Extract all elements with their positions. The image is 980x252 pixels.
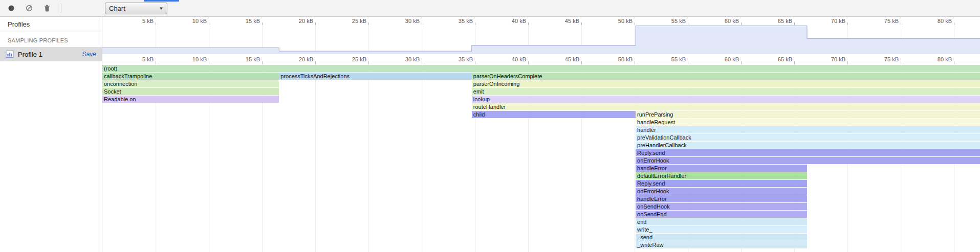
ruler-tick-label: 65 kB [759, 18, 792, 24]
ruler-tick-label: 80 kB [919, 18, 952, 24]
record-heap-profile-button[interactable] [4, 2, 18, 15]
ruler-tick-label: 75 kB [866, 56, 899, 62]
flame-frame-reply-send[interactable]: Reply.send [636, 180, 807, 187]
view-mode-select[interactable]: Chart ▼ [105, 3, 167, 14]
ruler-tick-label: 10 kB [174, 18, 207, 24]
profile-item-profile-1[interactable]: Profile 1 Save [0, 47, 102, 61]
flame-frame-label: parserOnHeadersComplete [472, 73, 980, 80]
flame-frame-label: preHandlerCallback [636, 142, 980, 149]
flame-frame-label: processTicksAndRejections [279, 73, 472, 80]
flame-frame-label: onconnection [102, 80, 279, 87]
flame-frame-label: end [636, 218, 807, 225]
clear-profiles-button[interactable] [22, 2, 36, 15]
ruler-tick-label: 25 kB [334, 18, 366, 24]
flame-frame-label: handleRequest [636, 119, 980, 126]
flame-frame-reply-send[interactable]: Reply.send [636, 149, 980, 156]
flame-frame-onsendend[interactable]: onSendEnd [636, 211, 807, 218]
flame-frame-end[interactable]: end [636, 218, 807, 225]
flame-frame-label: (root) [102, 65, 980, 72]
ruler-tick-label: 20 kB [280, 18, 313, 24]
flame-frame-label: onErrorHook [636, 157, 980, 164]
memory-profiler-panel: Chart ▼ Profiles SAMPLING PROFILES Profi… [0, 0, 980, 252]
flame-frame-parseronincoming[interactable]: parserOnIncoming [472, 80, 980, 87]
flame-frame-handler[interactable]: handler [636, 126, 980, 133]
flame-frame-send[interactable]: _send [636, 234, 807, 241]
flame-frame-label: handleError [636, 165, 807, 172]
ruler-tick-label: 40 kB [493, 18, 526, 24]
flame-chart[interactable]: (root)callbackTrampolineprocessTicksAndR… [102, 64, 980, 252]
ruler-tick-label: 75 kB [866, 18, 899, 24]
ruler-tick-label: 30 kB [387, 18, 420, 24]
flame-frame-callbacktrampoline[interactable]: callbackTrampoline [102, 73, 279, 80]
flame-frame-socket[interactable]: Socket [102, 88, 279, 95]
flame-frame-onerrorhook[interactable]: onErrorHook [636, 157, 980, 164]
ruler-tick-label: 25 kB [334, 56, 366, 62]
profile-name: Profile 1 [18, 51, 78, 58]
flame-frame-writeraw[interactable]: _writeRaw [636, 241, 807, 248]
flame-frame-child[interactable]: child [472, 111, 636, 118]
flame-frame-label: _send [636, 234, 807, 241]
ruler-tick-label: 80 kB [919, 56, 952, 62]
ruler-tick-label: 40 kB [493, 56, 526, 62]
flame-frame-label: write_ [636, 226, 807, 233]
flame-frame-handlerequest[interactable]: handleRequest [636, 119, 980, 126]
flame-frame-write[interactable]: write_ [636, 226, 807, 233]
ruler-tick-label: 20 kB [280, 56, 313, 62]
overview-ruler: 5 kB10 kB15 kB20 kB25 kB30 kB35 kB40 kB4… [102, 17, 980, 25]
flame-frame-label: routeHandler [472, 103, 980, 110]
flame-frame-label: defaultErrorHandler [636, 172, 807, 179]
ruler-tick-label: 70 kB [813, 18, 845, 24]
flame-frame-label: Reply.send [636, 180, 807, 187]
flame-frame-root[interactable]: (root) [102, 65, 980, 72]
flame-frame-lookup[interactable]: lookup [472, 96, 980, 103]
flame-frame-onsendhook[interactable]: onSendHook [636, 203, 807, 210]
flame-frame-prevalidationcallback[interactable]: preValidationCallback [636, 134, 980, 141]
flame-frame-label: runPreParsing [636, 111, 980, 118]
flame-frame-label: _writeRaw [636, 241, 807, 248]
flame-frame-label: onErrorHook [636, 188, 807, 195]
flame-frame-prehandlercallback[interactable]: preHandlerCallback [636, 142, 980, 149]
flame-frame-label: Readable.on [102, 96, 279, 103]
trash-icon [43, 4, 51, 12]
flame-frame-handleerror[interactable]: handleError [636, 165, 807, 172]
flame-chart-pane: 5 kB10 kB15 kB20 kB25 kB30 kB35 kB40 kB4… [102, 17, 980, 252]
flame-frame-label: Socket [102, 88, 279, 95]
ruler-tick-label: 45 kB [547, 18, 579, 24]
sidebar-title: Profiles [0, 17, 102, 32]
flame-frame-label: emit [472, 88, 980, 95]
ruler-tick-label: 35 kB [440, 18, 473, 24]
profiles-sidebar: Profiles SAMPLING PROFILES Profile 1 Sav… [0, 17, 102, 252]
ruler-tick-label: 70 kB [813, 56, 845, 62]
panel-content: Profiles SAMPLING PROFILES Profile 1 Sav… [0, 17, 980, 252]
save-profile-link[interactable]: Save [82, 51, 96, 58]
ruler-tick-label: 60 kB [706, 56, 739, 62]
flame-frame-routehandler[interactable]: routeHandler [472, 103, 980, 110]
ruler-tick-label: 50 kB [600, 18, 633, 24]
flame-frame-parseronheaderscomplete[interactable]: parserOnHeadersComplete [472, 73, 980, 80]
ruler-tick-label: 55 kB [653, 56, 686, 62]
flame-frame-label: onSendHook [636, 203, 807, 210]
profiler-toolbar: Chart ▼ [0, 0, 980, 17]
flame-frame-runpreparsing[interactable]: runPreParsing [636, 111, 980, 118]
gridline [315, 64, 316, 252]
ruler-tick-label: 55 kB [653, 18, 686, 24]
gridline [422, 64, 422, 252]
allocation-overview[interactable] [102, 25, 980, 54]
flame-frame-emit[interactable]: emit [472, 88, 980, 95]
flame-ruler: 5 kB10 kB15 kB20 kB25 kB30 kB35 kB40 kB4… [102, 54, 980, 64]
ruler-tick-label: 65 kB [759, 56, 792, 62]
ruler-tick-label: 35 kB [440, 56, 473, 62]
ruler-tick-label: 15 kB [227, 18, 260, 24]
ruler-tick-label: 60 kB [706, 18, 739, 24]
flame-frame-defaulterrorhandler[interactable]: defaultErrorHandler [636, 172, 807, 179]
flame-frame-onerrorhook[interactable]: onErrorHook [636, 188, 807, 195]
flame-frame-label: parserOnIncoming [472, 80, 980, 87]
flame-frame-onconnection[interactable]: onconnection [102, 80, 279, 87]
ruler-tick-label: 45 kB [547, 56, 579, 62]
flame-frame-handleerror[interactable]: handleError [636, 195, 807, 202]
flame-frame-readable-on[interactable]: Readable.on [102, 96, 279, 103]
flame-frame-label: handleError [636, 195, 807, 202]
delete-profile-button[interactable] [40, 2, 54, 15]
gridline [368, 64, 369, 252]
flame-frame-processticksandrejections[interactable]: processTicksAndRejections [279, 73, 472, 80]
